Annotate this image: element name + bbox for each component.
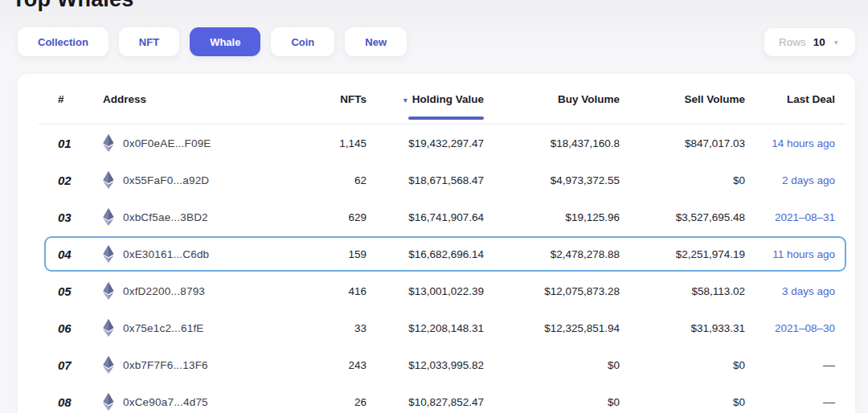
buy-volume-cell: $19,125.96 xyxy=(484,211,620,223)
filter-tab-coin[interactable]: Coin xyxy=(271,27,334,56)
last-deal-cell: 2 days ago xyxy=(745,174,835,186)
sell-volume-cell: $0 xyxy=(620,359,745,371)
sort-caret-down-icon: ▾ xyxy=(403,96,407,104)
rank-cell: 02 xyxy=(58,174,103,187)
rank-cell: 01 xyxy=(58,137,103,150)
sell-volume-cell: $3,527,695.48 xyxy=(620,211,745,223)
holding-value-cell: $18,671,568.47 xyxy=(366,174,484,186)
col-header-last-deal[interactable]: Last Deal xyxy=(745,93,835,105)
ethereum-icon xyxy=(103,171,114,189)
chevron-down-icon: ▾ xyxy=(834,38,838,47)
address-cell[interactable]: 0x0F0eAE...F09E xyxy=(103,134,286,152)
table-body: 01 0x0F0eAE...F09E 1,145 $19,432,297.47 … xyxy=(18,125,855,413)
holding-value-cell: $19,432,297.47 xyxy=(366,137,484,149)
rank-cell: 04 xyxy=(58,247,103,261)
rank-cell: 06 xyxy=(58,321,103,335)
holding-value-cell: $12,208,148.31 xyxy=(366,322,484,334)
last-deal-cell: 2021–08–31 xyxy=(745,211,835,223)
sell-volume-cell: $2,251,974.19 xyxy=(620,248,745,260)
last-deal-cell: –– xyxy=(745,396,835,408)
holding-value-cell: $13,001,022.39 xyxy=(366,285,484,297)
rank-cell: 08 xyxy=(58,395,103,409)
page-title: Top Whales xyxy=(12,0,134,12)
last-deal-cell: 2021–08–30 xyxy=(745,322,835,334)
filter-tab-nft[interactable]: NFT xyxy=(119,27,179,56)
nfts-cell: 1,145 xyxy=(286,137,366,149)
rank-cell: 07 xyxy=(58,358,103,372)
address-cell[interactable]: 0x55FaF0...a92D xyxy=(103,171,286,189)
sell-volume-cell: $58,113.02 xyxy=(620,285,745,297)
nfts-cell: 629 xyxy=(286,211,366,223)
whales-table-card: # Address NFTs ▾ Holding Value Buy Volum… xyxy=(18,74,855,413)
sell-volume-cell: $0 xyxy=(620,396,745,408)
col-header-sell-volume[interactable]: Sell Volume xyxy=(620,93,745,105)
buy-volume-cell: $0 xyxy=(484,359,620,371)
address-text: 0x75e1c2...61fE xyxy=(123,322,204,334)
buy-volume-cell: $4,973,372.55 xyxy=(484,174,620,186)
ethereum-icon xyxy=(103,282,114,300)
table-header: # Address NFTs ▾ Holding Value Buy Volum… xyxy=(18,74,855,124)
address-text: 0xfD2200...8793 xyxy=(123,285,205,297)
buy-volume-cell: $18,437,160.8 xyxy=(484,137,620,149)
address-cell[interactable]: 0xb7F7F6...13F6 xyxy=(103,356,286,374)
rows-value: 10 xyxy=(813,36,825,48)
address-text: 0x55FaF0...a92D xyxy=(123,174,209,186)
buy-volume-cell: $2,478,278.88 xyxy=(484,248,620,260)
table-row[interactable]: 03 0xbCf5ae...3BD2 629 $16,741,907.64 $1… xyxy=(18,198,855,235)
filter-tab-collection[interactable]: Collection xyxy=(18,27,108,56)
col-header-address: Address xyxy=(103,93,286,105)
last-deal-cell: 3 days ago xyxy=(745,285,835,297)
filter-tab-whale[interactable]: Whale xyxy=(190,27,260,56)
nfts-cell: 416 xyxy=(286,285,366,297)
rows-label: Rows xyxy=(779,36,806,48)
address-cell[interactable]: 0xCe90a7...4d75 xyxy=(103,393,286,411)
buy-volume-cell: $12,325,851.94 xyxy=(484,322,620,334)
table-row[interactable]: 04 0xE30161...C6db 159 $16,682,696.14 $2… xyxy=(18,235,855,272)
sell-volume-cell: $847,017.03 xyxy=(620,137,745,149)
col-header-holding-value[interactable]: ▾ Holding Value xyxy=(366,74,484,124)
nfts-cell: 62 xyxy=(286,174,366,186)
table-row[interactable]: 07 0xb7F7F6...13F6 243 $12,033,995.82 $0… xyxy=(18,346,855,383)
toolbar: Collection NFT Whale Coin New Rows 10 ▾ xyxy=(18,27,855,56)
buy-volume-cell: $12,075,873.28 xyxy=(484,285,620,297)
table-row[interactable]: 08 0xCe90a7...4d75 26 $10,827,852.47 $0 … xyxy=(18,383,855,413)
address-cell[interactable]: 0xfD2200...8793 xyxy=(103,282,286,300)
address-text: 0x0F0eAE...F09E xyxy=(123,137,211,149)
ethereum-icon xyxy=(103,208,114,226)
holding-value-cell: $16,741,907.64 xyxy=(366,211,484,223)
address-cell[interactable]: 0x75e1c2...61fE xyxy=(103,319,286,337)
filter-tabs: Collection NFT Whale Coin New xyxy=(18,27,407,56)
holding-value-cell: $10,827,852.47 xyxy=(366,396,484,408)
nfts-cell: 26 xyxy=(286,396,366,408)
holding-value-cell: $12,033,995.82 xyxy=(366,359,484,371)
buy-volume-cell: $0 xyxy=(484,396,620,408)
table-row[interactable]: 02 0x55FaF0...a92D 62 $18,671,568.47 $4,… xyxy=(18,162,855,198)
address-text: 0xbCf5ae...3BD2 xyxy=(123,211,208,223)
col-header-holding-value-label: Holding Value xyxy=(412,93,484,105)
address-cell[interactable]: 0xbCf5ae...3BD2 xyxy=(103,208,286,226)
ethereum-icon xyxy=(103,319,114,337)
table-row[interactable]: 06 0x75e1c2...61fE 33 $12,208,148.31 $12… xyxy=(18,309,855,346)
rank-cell: 03 xyxy=(58,211,103,224)
col-header-buy-volume[interactable]: Buy Volume xyxy=(484,93,620,105)
sell-volume-cell: $0 xyxy=(620,174,745,186)
rows-per-page-select[interactable]: Rows 10 ▾ xyxy=(764,28,855,56)
col-header-rank: # xyxy=(58,93,103,105)
nfts-cell: 33 xyxy=(286,322,366,334)
address-text: 0xb7F7F6...13F6 xyxy=(123,359,208,371)
filter-tab-new[interactable]: New xyxy=(345,27,407,56)
address-text: 0xE30161...C6db xyxy=(123,248,209,260)
table-row[interactable]: 01 0x0F0eAE...F09E 1,145 $19,432,297.47 … xyxy=(18,125,855,162)
address-cell[interactable]: 0xE30161...C6db xyxy=(103,245,286,263)
sell-volume-cell: $31,933.31 xyxy=(620,322,745,334)
ethereum-icon xyxy=(103,134,114,152)
last-deal-cell: 11 hours ago xyxy=(745,248,835,260)
ethereum-icon xyxy=(103,245,114,263)
table-row[interactable]: 05 0xfD2200...8793 416 $13,001,022.39 $1… xyxy=(18,272,855,309)
col-header-nfts[interactable]: NFTs xyxy=(286,93,366,105)
address-text: 0xCe90a7...4d75 xyxy=(123,396,208,408)
holding-value-cell: $16,682,696.14 xyxy=(366,248,484,260)
nfts-cell: 159 xyxy=(286,248,366,260)
ethereum-icon xyxy=(103,356,114,374)
nfts-cell: 243 xyxy=(286,359,366,371)
